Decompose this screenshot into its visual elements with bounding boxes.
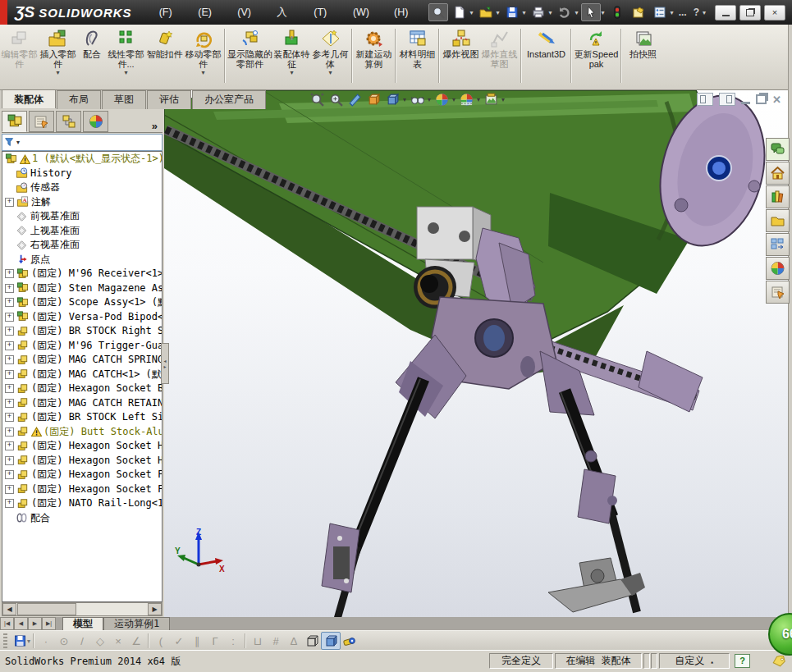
- cm-mate-button[interactable]: 配合: [77, 27, 107, 88]
- tree-item-component[interactable]: +(固定) Hexagon Socket Hea: [2, 439, 162, 454]
- collapse-left-pane-icon[interactable]: [697, 93, 713, 106]
- scroll-left-arrow[interactable]: ◀: [2, 603, 16, 615]
- cm-assembly-features-button[interactable]: 装配体特征 ▾: [272, 27, 311, 88]
- tab-assembly[interactable]: 装配体: [2, 89, 56, 108]
- last-tab-arrow[interactable]: ▶|: [42, 617, 56, 630]
- panel-splitter-handle[interactable]: ◂▸: [161, 343, 169, 384]
- assembly-features-dropdown[interactable]: ▾: [290, 70, 293, 76]
- expand-toggle[interactable]: +: [5, 441, 14, 450]
- restore-button[interactable]: [739, 5, 761, 21]
- view-palette-icon[interactable]: [766, 233, 790, 256]
- tree-item-component[interactable]: +(固定) MAG CATCH SPRING<1: [2, 353, 162, 368]
- hide-show-items-icon[interactable]: [409, 92, 425, 107]
- scroll-right-arrow[interactable]: ▶: [148, 603, 162, 615]
- options-dropdown[interactable]: ▾: [671, 9, 674, 16]
- cm-bill-of-materials-button[interactable]: 材料明细表: [398, 27, 437, 88]
- tree-item-component[interactable]: +(固定) Hexagon Socket Hea: [2, 454, 162, 469]
- expand-toggle[interactable]: +: [5, 198, 14, 207]
- displaymanager-tab[interactable]: [83, 111, 108, 132]
- tree-item-history[interactable]: History: [2, 167, 162, 181]
- tree-item-component[interactable]: +(固定) NATO Rail-Long<1>: [2, 496, 162, 511]
- cm-new-motion-study-button[interactable]: 新建运动算例: [355, 27, 393, 88]
- minimize-button[interactable]: [715, 5, 736, 21]
- view-settings-icon[interactable]: [483, 92, 499, 107]
- expand-toggle[interactable]: +: [5, 470, 14, 479]
- tree-item-component[interactable]: +(固定) Versa-Pod Bipod<1>: [2, 310, 162, 325]
- new-dropdown[interactable]: ▾: [470, 9, 474, 16]
- tab-sketch[interactable]: 草图: [102, 90, 146, 109]
- resources-home-icon[interactable]: [766, 162, 790, 185]
- reference-geometry-dropdown[interactable]: ▾: [328, 70, 332, 76]
- expand-toggle[interactable]: +: [5, 370, 14, 379]
- toolbar-drag-handle[interactable]: [3, 633, 7, 648]
- expand-toggle[interactable]: +: [5, 313, 14, 322]
- measure-tape-icon[interactable]: [341, 633, 359, 649]
- expand-toggle[interactable]: +: [5, 485, 14, 494]
- cm-move-component-button[interactable]: 移动零部件 ▾: [184, 27, 222, 88]
- shaded-display-icon[interactable]: [321, 632, 341, 650]
- appearance-dropdown[interactable]: ▾: [452, 96, 456, 103]
- hide-show-dropdown[interactable]: ▾: [428, 96, 431, 103]
- open-icon[interactable]: [476, 3, 496, 21]
- close-button[interactable]: ×: [764, 5, 785, 21]
- expand-toggle[interactable]: +: [5, 427, 14, 437]
- undo-dropdown[interactable]: ▾: [575, 9, 579, 16]
- doc-minimize-button[interactable]: [741, 102, 750, 104]
- cm-exploded-view-button[interactable]: 爆炸视图: [442, 27, 480, 88]
- save-icon[interactable]: [502, 3, 522, 21]
- tree-item-component[interactable]: +(固定) Sten Magazene Assy: [2, 281, 162, 296]
- properties-note-icon[interactable]: [629, 3, 648, 21]
- next-tab-arrow[interactable]: ▶: [28, 617, 42, 630]
- tree-item-origin[interactable]: 原点: [2, 253, 162, 267]
- new-document-icon[interactable]: [450, 3, 469, 21]
- zoom-area-icon[interactable]: [327, 92, 344, 107]
- select-cursor-icon[interactable]: [581, 3, 601, 21]
- custom-status-dropdown[interactable]: 自定义 ▴: [659, 653, 730, 669]
- file-explorer-folder-icon[interactable]: [766, 209, 790, 232]
- scene-dropdown[interactable]: ▾: [477, 96, 480, 103]
- zoom-fit-icon[interactable]: [309, 92, 325, 107]
- help-dropdown[interactable]: ▾: [703, 9, 706, 16]
- open-dropdown[interactable]: ▾: [497, 9, 500, 16]
- expand-toggle[interactable]: +: [5, 355, 14, 364]
- cm-show-hidden-components-button[interactable]: 显示隐藏的零部件: [227, 27, 272, 88]
- tab-office-products[interactable]: 办公室产品: [192, 90, 266, 109]
- cm-linear-pattern-button[interactable]: 线性零部件... ▾: [107, 27, 145, 88]
- wireframe-display-icon[interactable]: [303, 633, 321, 649]
- tab-layout[interactable]: 布局: [57, 90, 101, 109]
- rebuild-traffic-light-icon[interactable]: [607, 3, 627, 21]
- tree-item-front-plane[interactable]: 前视基准面: [2, 209, 162, 224]
- expand-toggle[interactable]: +: [5, 298, 14, 307]
- undo-icon[interactable]: [555, 3, 575, 21]
- tree-item-component[interactable]: +(固定) BR STOCK Right Sid: [2, 324, 162, 339]
- expand-toggle[interactable]: +: [5, 341, 14, 350]
- expand-toggle[interactable]: +: [5, 284, 14, 293]
- first-tab-arrow[interactable]: |◀: [0, 617, 14, 630]
- prev-tab-arrow[interactable]: ◀: [14, 617, 28, 630]
- expand-toggle[interactable]: +: [5, 456, 14, 465]
- cm-smart-fasteners-button[interactable]: 智能扣件: [145, 27, 184, 88]
- forum-tab-icon[interactable]: [766, 138, 790, 161]
- filter-funnel-icon[interactable]: [4, 137, 15, 148]
- tree-item-component[interactable]: +(固定) BR STOCK Left Side: [2, 410, 162, 425]
- expand-toggle[interactable]: +: [5, 327, 14, 336]
- tree-item-component-warning[interactable]: +(固定) Butt Stock-Alumi: [2, 425, 162, 440]
- tree-item-right-plane[interactable]: 右视基准面: [2, 238, 162, 253]
- display-style-icon[interactable]: [384, 92, 401, 107]
- help-icon[interactable]: ?: [691, 7, 702, 18]
- expand-toggle[interactable]: +: [5, 499, 14, 508]
- expand-toggle[interactable]: +: [5, 384, 14, 393]
- cm-update-speedpak-button[interactable]: 更新Speedpak: [574, 27, 619, 88]
- collapse-right-pane-icon[interactable]: [719, 93, 735, 106]
- tree-item-mates[interactable]: 配合: [2, 511, 162, 526]
- save-icon[interactable]: [11, 633, 29, 649]
- doc-close-button[interactable]: ✕: [772, 94, 781, 105]
- tree-item-component[interactable]: +(固定) M'96 Trigger-Guard: [2, 339, 162, 354]
- print-dropdown[interactable]: ▾: [549, 9, 552, 16]
- linear-pattern-dropdown[interactable]: ▾: [124, 70, 127, 76]
- appearances-scenes-icon[interactable]: [766, 257, 790, 280]
- doc-restore-button[interactable]: [756, 94, 767, 104]
- tab-evaluate[interactable]: 评估: [147, 90, 191, 109]
- tree-item-component[interactable]: +(固定) MAG CATCH RETAINER: [2, 396, 162, 411]
- tree-item-component[interactable]: +(固定) Hexagon Socket Fla: [2, 468, 162, 482]
